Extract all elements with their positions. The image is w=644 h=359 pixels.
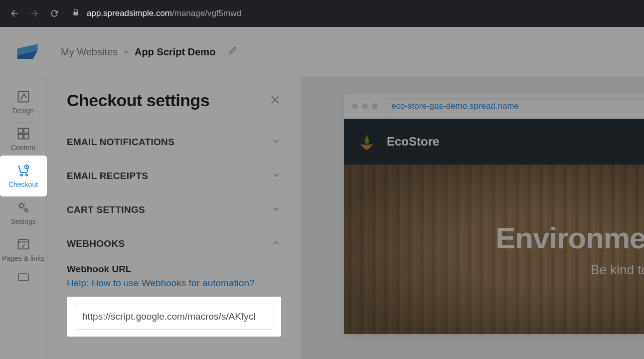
webhook-url-input[interactable]	[74, 304, 274, 330]
breadcrumb-root[interactable]: My Websites	[61, 46, 118, 58]
section-label: WEBHOOKS	[67, 238, 125, 249]
app-header: My Websites App Script Demo	[0, 27, 644, 77]
rail-content-label: Content	[11, 144, 35, 152]
breadcrumb: My Websites App Script Demo	[61, 46, 237, 58]
gears-icon	[16, 200, 30, 214]
address-bar[interactable]: app.spreadsimple.com/manage/vgf5mwd	[72, 8, 638, 19]
spreadsimple-logo-icon	[13, 40, 41, 64]
svg-rect-2	[18, 92, 28, 102]
chevron-down-icon	[271, 136, 281, 148]
rail-design[interactable]: Design	[2, 84, 45, 121]
preview-browser-bar: eco-store-gas-demo.spread.name	[344, 94, 644, 119]
preview-browser: eco-store-gas-demo.spread.name EcoStore …	[344, 94, 644, 334]
webhook-help-link[interactable]: Help: How to use Webhooks for automation…	[67, 278, 255, 289]
preview-site-header: EcoStore	[344, 119, 644, 165]
hero-title: Environment	[495, 221, 644, 255]
svg-rect-5	[18, 134, 22, 139]
svg-point-11	[24, 209, 27, 212]
rail-pages[interactable]: Pages & links	[2, 231, 45, 268]
pages-icon	[16, 237, 30, 251]
section-webhooks[interactable]: WEBHOOKS	[67, 227, 281, 261]
edit-name-button[interactable]	[228, 46, 237, 58]
preview-hero: Environment Be kind to you	[344, 165, 644, 334]
section-email-notifications[interactable]: EMAIL NOTIFICATIONS	[67, 125, 281, 159]
app-logo[interactable]	[11, 38, 44, 65]
rail-settings[interactable]: Settings	[2, 194, 45, 231]
svg-point-10	[19, 204, 23, 207]
rail-more[interactable]	[2, 268, 45, 290]
rail-content[interactable]: Content	[2, 121, 45, 158]
breadcrumb-separator	[125, 50, 128, 53]
section-email-receipts[interactable]: EMAIL RECEIPTS	[67, 159, 281, 193]
section-label: EMAIL RECEIPTS	[67, 171, 148, 181]
grid-icon	[16, 127, 30, 141]
forward-button[interactable]	[26, 5, 43, 22]
preview-site-name: EcoStore	[387, 135, 439, 149]
site-preview-pane: eco-store-gas-demo.spread.name EcoStore …	[301, 77, 644, 359]
section-cart-settings[interactable]: CART SETTINGS	[67, 193, 281, 227]
rail-settings-label: Settings	[10, 217, 36, 225]
preview-url[interactable]: eco-store-gas-demo.spread.name	[384, 98, 644, 114]
cart-icon	[16, 164, 31, 178]
checkout-settings-panel: Checkout settings EMAIL NOTIFICATIONS EM…	[47, 77, 301, 359]
reload-button[interactable]	[46, 5, 63, 22]
hero-subtitle: Be kind to you	[591, 262, 644, 278]
back-button[interactable]	[6, 5, 23, 22]
reload-icon	[49, 8, 59, 18]
rail-pages-label: Pages & links	[2, 254, 44, 262]
lock-icon	[72, 8, 80, 19]
chevron-down-icon	[271, 204, 281, 216]
close-icon	[269, 94, 281, 106]
device-icon	[17, 270, 29, 284]
svg-rect-3	[18, 129, 22, 133]
arrow-left-icon	[9, 8, 19, 18]
pencil-icon	[228, 46, 237, 55]
chevron-up-icon	[271, 238, 281, 250]
arrow-right-icon	[29, 8, 39, 18]
svg-rect-4	[24, 129, 28, 133]
svg-point-9	[25, 174, 27, 176]
webhook-input-highlight	[67, 297, 281, 337]
svg-rect-13	[18, 274, 28, 281]
webhooks-subsection: Webhook URL Help: How to use Webhooks fo…	[67, 261, 281, 343]
webhook-url-label: Webhook URL	[67, 264, 281, 275]
svg-point-8	[20, 174, 22, 176]
rail-design-label: Design	[12, 107, 34, 115]
svg-rect-6	[24, 134, 28, 139]
address-text: app.spreadsimple.com/manage/vgf5mwd	[87, 8, 241, 18]
close-panel-button[interactable]	[269, 94, 281, 108]
brush-icon	[16, 90, 30, 104]
left-rail: Design Content Checkout Settings	[0, 77, 47, 359]
section-label: CART SETTINGS	[67, 204, 145, 215]
chevron-down-icon	[271, 170, 281, 182]
browser-toolbar: app.spreadsimple.com/manage/vgf5mwd	[0, 0, 644, 27]
section-label: EMAIL NOTIFICATIONS	[67, 137, 174, 148]
svg-rect-12	[18, 240, 28, 249]
traffic-lights-icon	[352, 103, 378, 109]
panel-title: Checkout settings	[67, 91, 209, 110]
rail-checkout[interactable]: Checkout	[2, 158, 45, 194]
breadcrumb-current: App Script Demo	[135, 46, 215, 58]
rail-checkout-label: Checkout	[8, 180, 38, 188]
ecostore-logo-icon	[356, 131, 378, 153]
